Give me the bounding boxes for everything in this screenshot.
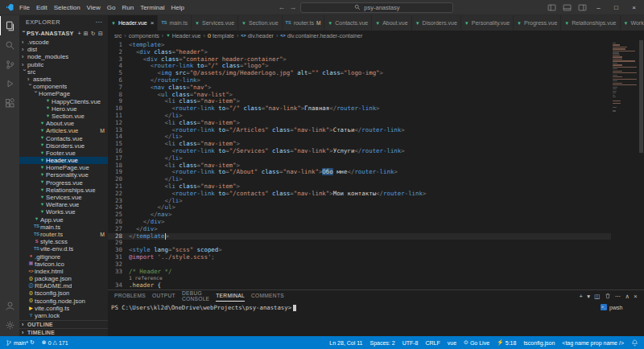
breadcrumb-header-vue[interactable]: ▼Header.vue (166, 33, 200, 39)
tree-item-tsconfig-node-json[interactable]: {}tsconfig.node.json (19, 298, 108, 305)
tree-item-tsconfig-json[interactable]: {}tsconfig.json (19, 289, 108, 297)
code-line-10[interactable]: 10 <router-link to="/" class="nav-link">… (108, 105, 611, 113)
tree-item-router-ts[interactable]: TSrouter.tsM (19, 231, 108, 238)
tree-item-app-vue[interactable]: ▼App.vue (19, 216, 108, 224)
breadcrumb-template[interactable]: {}template (208, 33, 234, 39)
breadcrumb-div-header[interactable]: <>div.header (241, 33, 274, 39)
tree-item-relationships-vue[interactable]: ▼Relationships.vue (19, 187, 108, 194)
toggle-secondary-sidebar-icon[interactable] (575, 3, 589, 12)
new-terminal-icon[interactable]: + (580, 293, 584, 300)
history-back-icon[interactable]: ← (278, 3, 285, 11)
split-terminal-icon[interactable]: ◫ (594, 293, 600, 300)
code-line-31[interactable]: 31@import '../style.scss'; (108, 254, 611, 261)
code-area[interactable]: 1<template>2 <div class="header">3 <div … (108, 40, 611, 289)
panel-tab-debug-console[interactable]: DEBUG CONSOLE (182, 290, 209, 302)
code-line-34[interactable]: 34.header { (108, 282, 611, 289)
minimap[interactable] (611, 40, 638, 289)
status-tag-hint[interactable]: <tag name prop name /> (562, 340, 624, 346)
tree-item-index-html[interactable]: <>index.html (19, 268, 108, 275)
panel-tab-terminal[interactable]: TERMINAL (216, 290, 245, 302)
tree-item-works-vue[interactable]: ▼Works.vue (19, 208, 108, 216)
problems-indicator[interactable]: ⊗ 0 △ 171 (42, 339, 68, 346)
branch-indicator[interactable]: main* ↻ (6, 339, 35, 347)
maximize-button[interactable]: □ (608, 0, 625, 14)
status-cursor-position[interactable]: Ln 28, Col 11 (329, 340, 362, 346)
code-line-23[interactable]: 23 </li> (108, 198, 611, 205)
collapse-all-icon[interactable]: ⊟ (98, 31, 103, 37)
extensions-icon[interactable] (0, 93, 19, 113)
tree-item-homepage[interactable]: ›HomePage (19, 90, 108, 97)
code-line-19[interactable]: 19 <router-link to="/About" class="nav-l… (108, 169, 611, 176)
tree-item-vite-config-ts[interactable]: ▶vite.config.ts (19, 305, 108, 312)
refresh-icon[interactable]: ↻ (91, 31, 96, 37)
code-line-16[interactable]: 16 <router-link to="/Services" class="na… (108, 148, 611, 155)
command-center-search[interactable]: psy-anastasy (300, 2, 453, 13)
tree-item-welfare-vue[interactable]: ▼Welfare.vue (19, 201, 108, 208)
toggle-panel-icon[interactable] (559, 3, 574, 12)
tree-item-section-vue[interactable]: ▼Section.vue (19, 113, 108, 120)
tree-item-header-vue[interactable]: ▼Header.vue (19, 157, 108, 164)
status-language-mode[interactable]: vue (448, 340, 456, 346)
run-debug-icon[interactable] (0, 74, 19, 93)
tree-item-vscode[interactable]: ›.vscode (19, 39, 108, 46)
editor-scrollbar[interactable] (638, 40, 644, 289)
tab-services-vue[interactable]: ▼Services.vue (192, 15, 238, 31)
code-line-32[interactable]: 32 (108, 261, 611, 269)
tab-about-vue[interactable]: ▼About.vue (372, 15, 411, 31)
tree-item-yarn-lock[interactable]: Yyarn.lock (19, 312, 108, 319)
account-icon[interactable] (0, 296, 19, 315)
tree-item-homepage-vue[interactable]: ▼HomePage.vue (19, 164, 108, 171)
status-tsconfig[interactable]: tsconfig.json (523, 340, 555, 346)
tree-item-personality-vue[interactable]: ▼Personality.vue (19, 171, 108, 179)
source-control-icon[interactable] (0, 55, 19, 74)
code-line-27[interactable]: 27 </div> (108, 226, 611, 233)
tree-item-disorders-vue[interactable]: ▼Disorders.vue (19, 142, 108, 150)
tree-item-gitignore[interactable]: ●.gitignore (19, 253, 108, 260)
tree-item-node-modules[interactable]: ›node_modules (19, 53, 108, 60)
project-section-header[interactable]: › PSY-ANASTASY +⊞↻⊟ (19, 28, 108, 39)
status-eol[interactable]: CRLF (425, 340, 440, 346)
panel-tab-problems[interactable]: PROBLEMS (114, 290, 146, 302)
menu-go[interactable]: Go (104, 4, 119, 11)
toggle-sidebar-icon[interactable] (544, 3, 559, 12)
tree-item-vite-env-d-ts[interactable]: TSvite-env.d.ts (19, 245, 108, 253)
explorer-more-actions-icon[interactable]: ⋯ (96, 18, 102, 26)
minimize-button[interactable]: – (590, 0, 607, 14)
section-timeline[interactable]: ›TIMELINE (19, 328, 108, 336)
tree-item-happyclients-vue[interactable]: ▼HappyClients.vue (19, 98, 108, 105)
tree-item-about-vue[interactable]: ▼About.vue (19, 120, 108, 127)
tree-item-assets[interactable]: ›assets (19, 76, 108, 83)
tree-item-footer-vue[interactable]: ▼Footer.vue (19, 150, 108, 157)
close-button[interactable]: × (625, 0, 642, 14)
tab-disorders-vue[interactable]: ▼Disorders.vue (412, 15, 461, 31)
new-folder-icon[interactable]: ⊞ (84, 31, 89, 37)
tree-item-services-vue[interactable]: ▼Services.vue (19, 194, 108, 201)
kill-terminal-icon[interactable] (605, 293, 611, 299)
breadcrumb-div-container-header-container[interactable]: <>div.container.header-container (280, 33, 362, 39)
tab-progress-vue[interactable]: ▼Progress.vue (514, 15, 561, 31)
scrollbar-thumb[interactable] (639, 40, 643, 153)
code-line-22[interactable]: 22 <router-link to="/contacts" class="na… (108, 191, 611, 198)
code-line-13[interactable]: 13 <router-link to="/Articles" class="na… (108, 127, 611, 134)
menu-run[interactable]: Run (118, 4, 137, 11)
panel-tab-output[interactable]: OUTPUT (152, 290, 175, 302)
tree-item-progress-vue[interactable]: ▼Progress.vue (19, 179, 108, 187)
terminal-dropdown-icon[interactable]: ▾ (587, 293, 590, 300)
tab-contacts-vue[interactable]: ▼Contacts.vue (324, 15, 372, 31)
tree-item-dist[interactable]: ›dist (19, 46, 108, 53)
menu-file[interactable]: File (16, 4, 33, 11)
tree-item-favicon-ico[interactable]: ▣favicon.ico (19, 261, 108, 268)
tree-item-articles-vue[interactable]: ▼Articles.vueM (19, 127, 108, 134)
close-panel-icon[interactable]: × (634, 293, 638, 300)
menu-view[interactable]: View (84, 4, 104, 11)
status-indentation[interactable]: Spaces: 2 (369, 340, 394, 346)
menu-edit[interactable]: Edit (33, 4, 51, 11)
menu-terminal[interactable]: Terminal (137, 4, 167, 11)
search-icon[interactable] (0, 35, 19, 55)
code-line-33[interactable]: 33/* Header */ (108, 269, 611, 276)
code-line-26[interactable]: 26 </div> (108, 219, 611, 226)
menu-help[interactable]: Help (167, 4, 187, 11)
terminal-output[interactable]: PS C:\Users\kl2d\OneDrive\webProjects\ps… (108, 302, 599, 336)
tree-item-contacts-vue[interactable]: ▼Contacts.vue (19, 134, 108, 142)
maximize-panel-icon[interactable]: ∧ (625, 293, 630, 300)
